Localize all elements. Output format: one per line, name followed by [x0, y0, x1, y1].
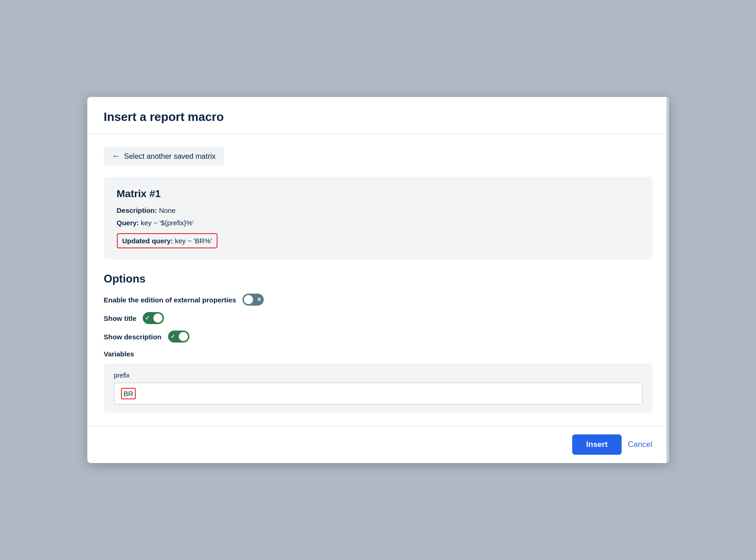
matrix-query-row: Query: key ~ '${prefix}%' — [117, 219, 640, 227]
enable-external-label: Enable the edition of external propertie… — [104, 296, 236, 304]
show-title-thumb — [153, 313, 163, 323]
show-title-toggle[interactable]: ✓ — [143, 312, 164, 324]
matrix-description-value: None — [159, 206, 175, 214]
back-button-label: Select another saved matrix — [124, 152, 216, 161]
insert-button[interactable]: Insert — [572, 434, 621, 455]
back-arrow-icon: ← — [112, 151, 121, 161]
scrollbar[interactable] — [666, 97, 669, 463]
prefix-input-wrapper: BR — [114, 383, 642, 404]
insert-report-macro-dialog: Insert a report macro ← Select another s… — [87, 97, 669, 463]
matrix-description-label: Description: — [117, 206, 157, 214]
cancel-button[interactable]: Cancel — [628, 440, 653, 449]
enable-external-toggle[interactable]: ✕ — [242, 294, 264, 306]
prefix-input[interactable] — [137, 390, 635, 397]
dialog-footer: Insert Cancel — [87, 426, 669, 463]
options-title: Options — [104, 272, 653, 285]
matrix-updated-query-value: key ~ 'BR%' — [175, 237, 212, 245]
dialog-body: ← Select another saved matrix Matrix #1 … — [87, 134, 669, 426]
prefix-variable-name: prefix — [114, 372, 642, 379]
show-title-label: Show title — [104, 314, 137, 322]
show-description-row: Show description ✓ — [104, 331, 653, 343]
show-description-thumb — [179, 332, 188, 341]
matrix-title: Matrix #1 — [117, 188, 640, 200]
show-description-label: Show description — [104, 333, 162, 341]
enable-external-thumb — [244, 295, 253, 304]
matrix-updated-query-box: Updated query: key ~ 'BR%' — [117, 233, 218, 248]
toggle-x-icon: ✕ — [257, 296, 261, 303]
show-title-track: ✓ — [143, 312, 164, 324]
show-title-row: Show title ✓ — [104, 312, 653, 324]
variables-label: Variables — [104, 350, 653, 358]
enable-external-track: ✕ — [242, 294, 264, 306]
toggle-check-icon: ✓ — [145, 315, 150, 321]
dialog-title: Insert a report macro — [104, 110, 653, 124]
dialog-header: Insert a report macro — [87, 97, 669, 134]
show-description-track: ✓ — [168, 331, 189, 343]
back-button[interactable]: ← Select another saved matrix — [104, 147, 224, 166]
variables-section: Variables prefix BR — [104, 350, 653, 413]
matrix-updated-query-label: Updated query: — [122, 237, 173, 245]
enable-external-row: Enable the edition of external propertie… — [104, 294, 653, 306]
matrix-query-label: Query: — [117, 219, 139, 227]
toggle-check-icon2: ✓ — [170, 333, 175, 340]
options-section: Options Enable the edition of external p… — [104, 272, 653, 413]
variables-card: prefix BR — [104, 363, 653, 413]
matrix-query-value: key ~ '${prefix}%' — [141, 219, 194, 227]
matrix-card: Matrix #1 Description: None Query: key ~… — [104, 177, 653, 259]
show-description-toggle[interactable]: ✓ — [168, 331, 189, 343]
matrix-description-row: Description: None — [117, 206, 640, 214]
prefix-value-box: BR — [121, 388, 136, 399]
